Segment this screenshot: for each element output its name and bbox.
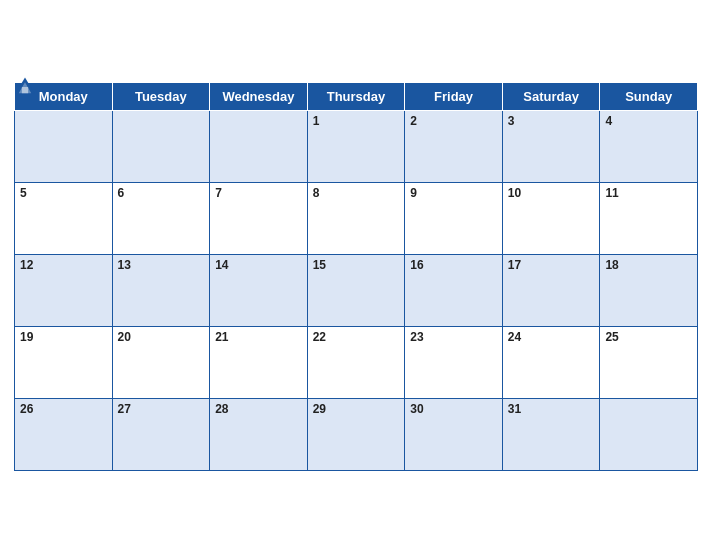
day-number: 25: [605, 330, 618, 344]
calendar-cell: 26: [15, 398, 113, 470]
day-number: 14: [215, 258, 228, 272]
day-number: 20: [118, 330, 131, 344]
calendar-cell: 4: [600, 110, 698, 182]
calendar-cell: 30: [405, 398, 503, 470]
calendar-cell: 5: [15, 182, 113, 254]
calendar-cell: 6: [112, 182, 210, 254]
calendar-cell: 15: [307, 254, 405, 326]
day-number: 16: [410, 258, 423, 272]
calendar-cell: 8: [307, 182, 405, 254]
svg-rect-2: [22, 87, 28, 93]
day-number: 24: [508, 330, 521, 344]
weekday-header-sunday: Sunday: [600, 82, 698, 110]
day-number: 11: [605, 186, 618, 200]
calendar-cell: 23: [405, 326, 503, 398]
week-row-1: 1234: [15, 110, 698, 182]
day-number: 2: [410, 114, 417, 128]
day-number: 7: [215, 186, 222, 200]
logo-icon: [14, 76, 36, 98]
week-row-3: 12131415161718: [15, 254, 698, 326]
day-number: 29: [313, 402, 326, 416]
calendar-cell: [112, 110, 210, 182]
day-number: 4: [605, 114, 612, 128]
calendar-cell: [600, 398, 698, 470]
weekday-header-tuesday: Tuesday: [112, 82, 210, 110]
calendar-cell: 20: [112, 326, 210, 398]
calendar-cell: 11: [600, 182, 698, 254]
calendar-cell: [210, 110, 308, 182]
day-number: 18: [605, 258, 618, 272]
calendar-cell: 17: [502, 254, 600, 326]
calendar-cell: 2: [405, 110, 503, 182]
calendar-cell: [15, 110, 113, 182]
day-number: 19: [20, 330, 33, 344]
day-number: 10: [508, 186, 521, 200]
day-number: 26: [20, 402, 33, 416]
weekday-header-wednesday: Wednesday: [210, 82, 308, 110]
weekday-header-row: MondayTuesdayWednesdayThursdayFridaySatu…: [15, 82, 698, 110]
calendar-cell: 9: [405, 182, 503, 254]
day-number: 3: [508, 114, 515, 128]
calendar-cell: 31: [502, 398, 600, 470]
calendar-cell: 27: [112, 398, 210, 470]
day-number: 1: [313, 114, 320, 128]
calendar-cell: 24: [502, 326, 600, 398]
day-number: 30: [410, 402, 423, 416]
weekday-header-friday: Friday: [405, 82, 503, 110]
day-number: 6: [118, 186, 125, 200]
calendar-cell: 7: [210, 182, 308, 254]
logo-area: [14, 76, 39, 98]
calendar-cell: 29: [307, 398, 405, 470]
day-number: 12: [20, 258, 33, 272]
day-number: 23: [410, 330, 423, 344]
weekday-header-saturday: Saturday: [502, 82, 600, 110]
calendar-cell: 3: [502, 110, 600, 182]
calendar-cell: 25: [600, 326, 698, 398]
calendar-cell: 22: [307, 326, 405, 398]
weekday-header-thursday: Thursday: [307, 82, 405, 110]
calendar-cell: 14: [210, 254, 308, 326]
calendar-cell: 13: [112, 254, 210, 326]
day-number: 5: [20, 186, 27, 200]
calendar-cell: 21: [210, 326, 308, 398]
day-number: 28: [215, 402, 228, 416]
week-row-2: 567891011: [15, 182, 698, 254]
calendar-cell: 1: [307, 110, 405, 182]
day-number: 27: [118, 402, 131, 416]
day-number: 31: [508, 402, 521, 416]
calendar-cell: 19: [15, 326, 113, 398]
day-number: 9: [410, 186, 417, 200]
day-number: 21: [215, 330, 228, 344]
calendar-cell: 28: [210, 398, 308, 470]
day-number: 8: [313, 186, 320, 200]
day-number: 13: [118, 258, 131, 272]
calendar-wrapper: MondayTuesdayWednesdayThursdayFridaySatu…: [0, 66, 712, 485]
day-number: 22: [313, 330, 326, 344]
week-row-4: 19202122232425: [15, 326, 698, 398]
day-number: 15: [313, 258, 326, 272]
calendar-cell: 16: [405, 254, 503, 326]
calendar-table: MondayTuesdayWednesdayThursdayFridaySatu…: [14, 82, 698, 471]
calendar-cell: 12: [15, 254, 113, 326]
week-row-5: 262728293031: [15, 398, 698, 470]
calendar-cell: 18: [600, 254, 698, 326]
day-number: 17: [508, 258, 521, 272]
calendar-cell: 10: [502, 182, 600, 254]
